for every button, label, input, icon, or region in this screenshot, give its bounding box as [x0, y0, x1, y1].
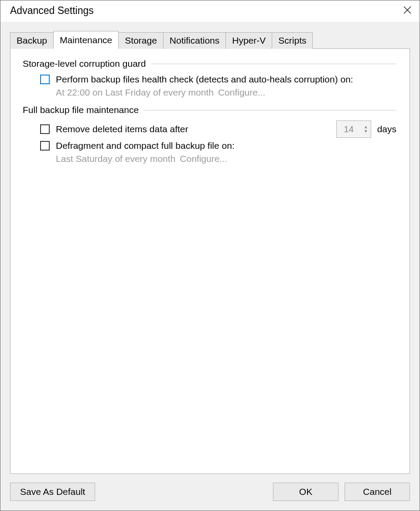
footer: Save As Default OK Cancel [10, 474, 410, 501]
defrag-row: Defragment and compact full backup file … [40, 141, 396, 151]
tab-backup[interactable]: Backup [10, 32, 54, 49]
health-check-schedule: At 22:00 on Last Friday of every month [56, 87, 214, 98]
close-icon [403, 6, 412, 14]
remove-deleted-days-unit: days [377, 124, 396, 134]
health-check-schedule-line: At 22:00 on Last Friday of every month C… [56, 87, 396, 98]
save-as-default-button[interactable]: Save As Default [10, 483, 95, 501]
defrag-configure-link[interactable]: Configure... [180, 154, 227, 164]
remove-deleted-checkbox[interactable] [40, 124, 50, 134]
defrag-label: Defragment and compact full backup file … [56, 141, 235, 151]
group-full-backup-title: Full backup file maintenance [23, 105, 139, 115]
spinner-arrows[interactable]: ▲ ▼ [361, 121, 371, 137]
tab-page-maintenance: Storage-level corruption guard Perform b… [10, 48, 410, 474]
remove-deleted-label: Remove deleted items data after [56, 124, 188, 134]
group-corruption-guard-title: Storage-level corruption guard [23, 58, 146, 69]
remove-deleted-days-spinner[interactable]: ▲ ▼ [336, 120, 371, 138]
tab-storage[interactable]: Storage [118, 32, 164, 49]
health-check-configure-link[interactable]: Configure... [218, 87, 266, 98]
defrag-schedule: Last Saturday of every month [56, 154, 175, 164]
group-full-backup-maintenance: Full backup file maintenance Remove dele… [23, 105, 396, 164]
health-check-label: Perform backup files health check (detec… [56, 74, 353, 85]
close-button[interactable] [401, 4, 413, 17]
title-bar: Advanced Settings [0, 0, 420, 22]
group-divider [144, 110, 396, 110]
chevron-down-icon: ▼ [361, 129, 371, 134]
tab-hyperv[interactable]: Hyper-V [225, 32, 272, 49]
remove-deleted-days-input[interactable] [337, 121, 361, 137]
tab-maintenance[interactable]: Maintenance [53, 31, 119, 49]
group-divider [151, 64, 397, 64]
health-check-row: Perform backup files health check (detec… [40, 74, 396, 85]
health-check-checkbox[interactable] [40, 75, 50, 84]
remove-deleted-row: Remove deleted items data after ▲ ▼ days [40, 120, 396, 138]
defrag-checkbox[interactable] [40, 141, 50, 151]
cancel-button[interactable]: Cancel [345, 483, 410, 501]
client-area: Backup Maintenance Storage Notifications… [0, 22, 420, 511]
defrag-schedule-line: Last Saturday of every month Configure..… [56, 154, 396, 164]
dialog-title: Advanced Settings [10, 5, 94, 17]
ok-button[interactable]: OK [273, 483, 338, 501]
tab-scripts[interactable]: Scripts [272, 32, 313, 49]
tab-strip: Backup Maintenance Storage Notifications… [10, 31, 410, 49]
tab-notifications[interactable]: Notifications [163, 32, 226, 49]
group-corruption-guard: Storage-level corruption guard Perform b… [23, 58, 396, 98]
